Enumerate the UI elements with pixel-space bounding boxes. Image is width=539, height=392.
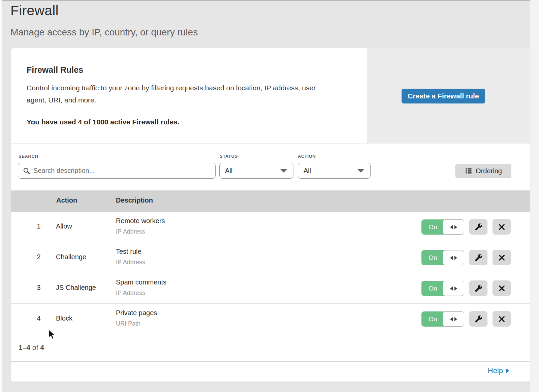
create-rule-panel: Create a Firewall rule bbox=[367, 48, 530, 143]
pagination-text: 1–4 of 4 bbox=[19, 343, 44, 352]
search-box bbox=[18, 163, 216, 179]
search-input[interactable] bbox=[33, 167, 209, 175]
toggle-on-segment: On bbox=[421, 311, 444, 327]
page-subtitle: Manage access by IP, country, or query r… bbox=[10, 27, 198, 38]
table-row: 3 JS Challenge Spam comments IP Address … bbox=[11, 273, 530, 304]
rule-toggle[interactable]: On bbox=[421, 250, 464, 265]
scrollbar-track[interactable] bbox=[530, 0, 539, 392]
row-description: Private pages bbox=[116, 309, 157, 317]
column-header-action: Action bbox=[56, 197, 77, 204]
chevron-down-icon bbox=[357, 169, 364, 173]
firewall-rules-card: Create a Firewall rule Firewall Rules Co… bbox=[11, 48, 530, 382]
pagination-of: of bbox=[32, 343, 38, 351]
rule-toggle[interactable]: On bbox=[421, 219, 464, 235]
row-action: JS Challenge bbox=[56, 284, 96, 292]
action-select[interactable]: All bbox=[298, 163, 371, 179]
help-label: Help bbox=[488, 366, 503, 375]
row-description: Spam comments bbox=[116, 278, 166, 286]
ordering-button[interactable]: Ordering bbox=[455, 164, 511, 178]
status-select[interactable]: All bbox=[219, 163, 293, 179]
row-match-type: IP Address bbox=[116, 228, 145, 235]
wrench-icon bbox=[475, 254, 482, 262]
drag-left-icon bbox=[450, 256, 453, 260]
drag-right-icon bbox=[454, 256, 457, 260]
delete-rule-button[interactable] bbox=[493, 311, 511, 327]
create-firewall-rule-button[interactable]: Create a Firewall rule bbox=[402, 89, 485, 103]
drag-left-icon bbox=[450, 317, 453, 321]
drag-right-icon bbox=[454, 317, 457, 321]
toggle-knob[interactable] bbox=[443, 250, 464, 265]
drag-left-icon bbox=[450, 287, 453, 291]
edit-rule-button[interactable] bbox=[469, 250, 487, 265]
wrench-icon bbox=[475, 284, 482, 292]
close-icon bbox=[498, 315, 506, 323]
help-arrow-icon bbox=[506, 368, 509, 373]
status-label: STATUS bbox=[220, 154, 238, 159]
section-divider bbox=[11, 143, 530, 144]
search-icon bbox=[23, 167, 30, 175]
row-description: Test rule bbox=[116, 248, 141, 255]
help-row: Help bbox=[11, 362, 530, 382]
page-title: Firewall bbox=[10, 3, 59, 19]
toggle-knob[interactable] bbox=[443, 219, 464, 235]
row-index: 3 bbox=[35, 284, 43, 292]
table-row: 2 Challenge Test rule IP Address On bbox=[11, 242, 530, 273]
row-action: Block bbox=[56, 314, 72, 322]
status-select-value: All bbox=[225, 167, 232, 175]
search-label: SEARCH bbox=[19, 154, 38, 159]
rule-toggle[interactable]: On bbox=[421, 281, 464, 296]
toggle-on-segment: On bbox=[421, 219, 444, 235]
close-icon bbox=[498, 254, 506, 262]
edit-rule-button[interactable] bbox=[469, 311, 487, 327]
wrench-icon bbox=[475, 223, 482, 231]
usage-text: You have used 4 of 1000 active Firewall … bbox=[27, 118, 180, 126]
chevron-down-icon bbox=[280, 169, 287, 173]
toggle-knob[interactable] bbox=[443, 281, 464, 296]
pagination-row: 1–4 of 4 bbox=[11, 335, 530, 362]
toggle-knob[interactable] bbox=[443, 311, 464, 327]
row-action: Allow bbox=[56, 222, 72, 230]
toggle-on-segment: On bbox=[421, 281, 444, 296]
row-index: 4 bbox=[35, 314, 43, 322]
edit-rule-button[interactable] bbox=[469, 219, 487, 235]
row-description: Remote workers bbox=[116, 217, 165, 225]
row-index: 2 bbox=[35, 253, 43, 261]
drag-left-icon bbox=[450, 225, 453, 229]
wrench-icon bbox=[475, 315, 482, 323]
close-icon bbox=[498, 223, 506, 231]
table-row: 4 Block Private pages URI Path On bbox=[11, 304, 530, 334]
table-header: Action Description bbox=[11, 190, 530, 212]
drag-right-icon bbox=[454, 225, 457, 229]
delete-rule-button[interactable] bbox=[493, 250, 511, 265]
card-description: Control incoming traffic to your zone by… bbox=[27, 82, 331, 106]
list-icon bbox=[465, 167, 472, 175]
window-left-edge bbox=[0, 0, 2, 392]
toggle-on-segment: On bbox=[421, 250, 444, 265]
pagination-range: 1–4 bbox=[19, 343, 30, 351]
action-select-value: All bbox=[304, 167, 311, 175]
row-index: 1 bbox=[35, 222, 43, 230]
help-link[interactable]: Help bbox=[488, 366, 509, 375]
drag-right-icon bbox=[454, 287, 457, 291]
row-match-type: URI Path bbox=[116, 320, 140, 327]
row-match-type: IP Address bbox=[116, 290, 145, 297]
window-top-edge bbox=[0, 0, 539, 1]
rule-toggle[interactable]: On bbox=[421, 311, 464, 327]
card-title: Firewall Rules bbox=[27, 65, 83, 75]
action-label: ACTION bbox=[298, 154, 316, 159]
delete-rule-button[interactable] bbox=[493, 219, 511, 235]
ordering-label: Ordering bbox=[476, 167, 502, 175]
column-header-description: Description bbox=[116, 197, 153, 204]
pagination-total: 4 bbox=[40, 343, 44, 351]
edit-rule-button[interactable] bbox=[469, 280, 487, 296]
close-icon bbox=[498, 284, 506, 292]
delete-rule-button[interactable] bbox=[493, 280, 511, 296]
row-match-type: IP Address bbox=[116, 259, 145, 266]
row-action: Challenge bbox=[56, 253, 86, 261]
table-row: 1 Allow Remote workers IP Address On bbox=[11, 212, 530, 242]
